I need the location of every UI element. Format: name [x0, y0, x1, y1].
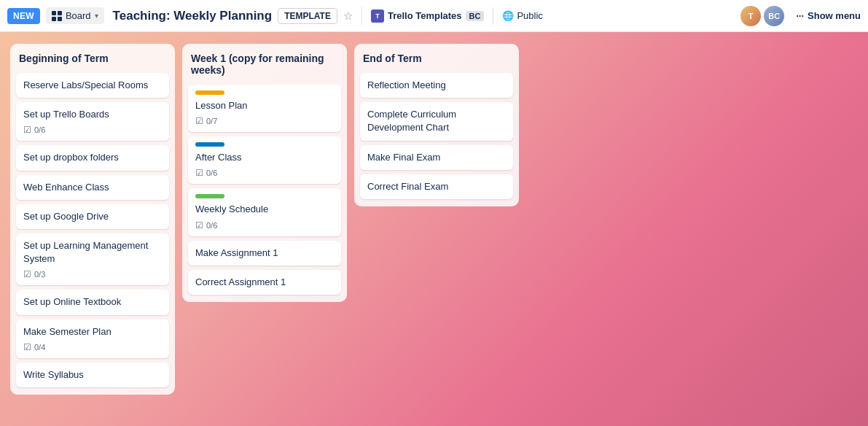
card-meta-c6: ☑0/3 [23, 269, 162, 279]
card-checklist-count-w3: 0/6 [206, 221, 217, 230]
card-title-c2: Set up Trello Boards [23, 108, 162, 121]
card-w4[interactable]: Make Assignment 1 [188, 241, 341, 266]
card-meta-w3: ☑0/6 [195, 220, 334, 231]
workspace-icon: T [371, 9, 384, 23]
card-checklist-count-w2: 0/6 [206, 169, 217, 177]
card-title-c6: Set up Learning Management System [23, 239, 162, 266]
card-title-c1: Reserve Labs/Special Rooms [23, 79, 162, 92]
show-menu-button[interactable]: ··· Show menu [796, 10, 861, 21]
card-title-c3: Set up dropbox folders [23, 151, 162, 164]
workspace-badge: BC [466, 11, 485, 21]
color-bar-w2 [195, 142, 224, 147]
column-endofterm: End of TermReflection MeetingComplete Cu… [354, 44, 519, 206]
card-checklist-count-w1: 0/7 [206, 117, 217, 125]
public-button[interactable]: 🌐 Public [502, 10, 542, 21]
star-button[interactable]: ☆ [343, 9, 353, 23]
board-view-button[interactable]: Board ▾ [46, 7, 104, 24]
card-e1[interactable]: Reflection Meeting [360, 73, 513, 98]
avatar-user2[interactable]: BC [764, 6, 784, 26]
header-divider2 [493, 7, 493, 25]
checklist-icon: ☑ [195, 168, 203, 178]
board-icon [52, 11, 62, 21]
board-label: Board [66, 10, 91, 21]
card-c2[interactable]: Set up Trello Boards☑0/6 [16, 102, 169, 141]
avatar-group: T BC [740, 6, 784, 26]
color-bar-w3 [195, 194, 224, 198]
card-title-e4: Correct Final Exam [367, 180, 506, 193]
checklist-icon: ☑ [195, 220, 203, 231]
app-header: NEW Board ▾ Teaching: Weekly Planning TE… [0, 0, 868, 32]
board-area: Beginning of TermReserve Labs/Special Ro… [0, 32, 868, 406]
column-week1: Week 1 (copy for remaining weeks)Lesson … [182, 44, 347, 302]
card-title-w3: Weekly Schedule [195, 203, 334, 216]
page-title: Teaching: Weekly Planning [113, 9, 273, 23]
card-w2[interactable]: After Class☑0/6 [188, 136, 341, 184]
card-title-c5: Set up Google Drive [23, 210, 162, 223]
card-w1[interactable]: Lesson Plan☑0/7 [188, 85, 341, 132]
card-title-w2: After Class [195, 151, 334, 164]
card-meta-c2: ☑0/6 [23, 125, 162, 135]
new-button[interactable]: NEW [7, 8, 40, 24]
column-header-week1: Week 1 (copy for remaining weeks) [188, 51, 341, 80]
card-e2[interactable]: Complete Curriculum Development Chart [360, 102, 513, 140]
card-title-e1: Reflection Meeting [367, 79, 506, 92]
template-button[interactable]: TEMPLATE [278, 8, 337, 24]
card-w3[interactable]: Weekly Schedule☑0/6 [188, 188, 341, 236]
checklist-icon: ☑ [23, 125, 31, 135]
card-meta-c8: ☑0/4 [23, 342, 162, 352]
card-title-w1: Lesson Plan [195, 99, 334, 112]
card-title-w5: Correct Assignment 1 [195, 276, 334, 289]
workspace-button[interactable]: T Trello Templates BC [371, 9, 485, 23]
card-c4[interactable]: Web Enhance Class [16, 175, 169, 200]
card-c1[interactable]: Reserve Labs/Special Rooms [16, 73, 169, 98]
checklist-icon: ☑ [195, 116, 203, 126]
card-title-w4: Make Assignment 1 [195, 247, 334, 260]
card-title-e3: Make Final Exam [367, 151, 506, 164]
card-checklist-count-c2: 0/6 [34, 125, 45, 134]
card-title-c8: Make Semester Plan [23, 325, 162, 338]
card-c3[interactable]: Set up dropbox folders [16, 145, 169, 170]
card-c6[interactable]: Set up Learning Management System☑0/3 [16, 233, 169, 285]
header-divider [361, 7, 362, 25]
color-bar-w1 [195, 90, 224, 95]
column-header-endofterm: End of Term [360, 51, 513, 69]
public-label: Public [517, 10, 542, 21]
card-meta-w2: ☑0/6 [195, 168, 334, 178]
card-w5[interactable]: Correct Assignment 1 [188, 270, 341, 295]
card-title-c9: Write Syllabus [23, 368, 162, 382]
card-e4[interactable]: Correct Final Exam [360, 174, 513, 199]
checklist-icon: ☑ [23, 269, 31, 279]
avatar-user1[interactable]: T [740, 6, 761, 26]
card-c8[interactable]: Make Semester Plan☑0/4 [16, 320, 169, 358]
card-title-c7: Set up Online Textbook [23, 295, 162, 309]
column-beginning: Beginning of TermReserve Labs/Special Ro… [10, 44, 175, 395]
card-checklist-count-c6: 0/3 [34, 270, 45, 279]
card-c5[interactable]: Set up Google Drive [16, 204, 169, 229]
card-e3[interactable]: Make Final Exam [360, 145, 513, 170]
chevron-down-icon: ▾ [95, 12, 98, 20]
card-c7[interactable]: Set up Online Textbook [16, 290, 169, 314]
workspace-label: Trello Templates [388, 10, 462, 21]
globe-icon: 🌐 [502, 10, 514, 21]
card-title-e2: Complete Curriculum Development Chart [367, 108, 506, 134]
column-header-beginning: Beginning of Term [16, 51, 169, 69]
card-title-c4: Web Enhance Class [23, 181, 162, 194]
card-meta-w1: ☑0/7 [195, 116, 334, 126]
ellipsis-icon: ··· [796, 10, 804, 21]
checklist-icon: ☑ [23, 342, 31, 352]
card-c9[interactable]: Write Syllabus [16, 363, 169, 387]
card-checklist-count-c8: 0/4 [34, 343, 45, 352]
show-menu-label: Show menu [808, 10, 861, 21]
